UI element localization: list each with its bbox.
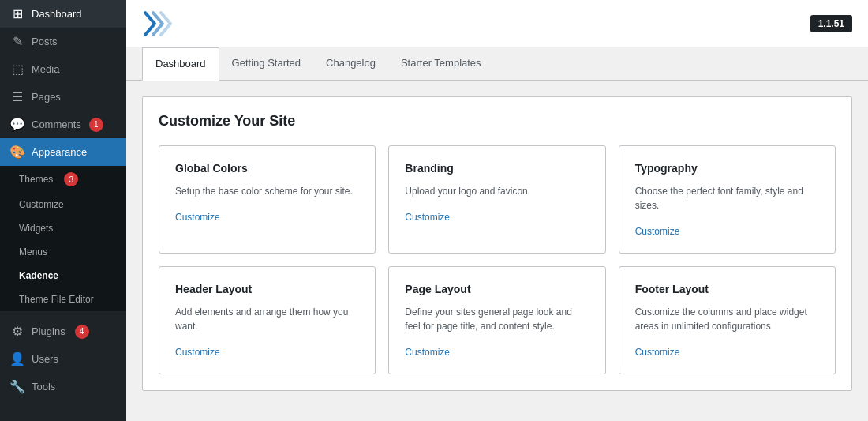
version-badge: 1.1.51 — [810, 15, 852, 32]
topbar: 1.1.51 — [126, 0, 868, 47]
posts-icon: ✎ — [9, 34, 25, 49]
cards-grid: Global Colors Setup the base color schem… — [159, 145, 836, 374]
card-global-colors: Global Colors Setup the base color schem… — [159, 145, 376, 254]
card-typography: Typography Choose the perfect font famil… — [619, 145, 836, 254]
tabs-bar: Dashboard Getting Started Changelog Star… — [126, 47, 868, 81]
sidebar-item-posts[interactable]: ✎ Posts — [0, 28, 126, 55]
appearance-submenu: Themes 3 Customize Widgets Menus Kadence… — [0, 166, 126, 311]
sidebar: ⊞ Dashboard ✎ Posts ⬚ Media ☰ Pages 💬 Co… — [0, 0, 126, 421]
sidebar-item-appearance[interactable]: 🎨 Appearance — [0, 138, 126, 166]
card-header-layout-title: Header Layout — [175, 283, 359, 295]
sidebar-item-users[interactable]: 👤 Users — [0, 345, 126, 373]
tab-getting-started[interactable]: Getting Started — [219, 47, 313, 81]
media-icon: ⬚ — [9, 62, 25, 77]
tab-starter-templates[interactable]: Starter Templates — [388, 47, 494, 81]
card-global-colors-title: Global Colors — [175, 162, 359, 175]
sidebar-item-theme-file-editor[interactable]: Theme File Editor — [0, 288, 126, 311]
card-typography-title: Typography — [635, 162, 819, 175]
plugins-icon: ⚙ — [9, 324, 25, 339]
card-branding: Branding Upload your logo and favicon. C… — [388, 145, 605, 254]
section-title: Customize Your Site — [159, 113, 836, 130]
sidebar-item-plugins[interactable]: ⚙ Plugins 4 — [0, 318, 126, 345]
themes-badge: 3 — [64, 172, 78, 186]
tab-dashboard[interactable]: Dashboard — [142, 47, 219, 81]
card-page-layout-link[interactable]: Customize — [405, 347, 450, 358]
card-global-colors-desc: Setup the base color scheme for your sit… — [175, 184, 359, 198]
card-branding-link[interactable]: Customize — [405, 212, 450, 223]
card-footer-layout-title: Footer Layout — [635, 283, 819, 295]
appearance-icon: 🎨 — [9, 145, 25, 160]
card-header-layout-desc: Add elements and arrange them how you wa… — [175, 305, 359, 333]
sidebar-item-media[interactable]: ⬚ Media — [0, 55, 126, 83]
tools-icon: 🔧 — [9, 379, 25, 394]
sidebar-item-widgets[interactable]: Widgets — [0, 216, 126, 240]
tab-changelog[interactable]: Changelog — [313, 47, 388, 81]
card-page-layout-title: Page Layout — [405, 283, 589, 295]
card-branding-desc: Upload your logo and favicon. — [405, 184, 589, 198]
content-box: Customize Your Site Global Colors Setup … — [142, 96, 852, 391]
users-icon: 👤 — [9, 351, 25, 366]
sidebar-item-dashboard[interactable]: ⊞ Dashboard — [0, 0, 126, 28]
sidebar-item-kadence[interactable]: Kadence — [0, 264, 126, 288]
card-typography-desc: Choose the perfect font family, style an… — [635, 184, 819, 212]
card-footer-layout-desc: Customize the columns and place widget a… — [635, 305, 819, 333]
content-area: Customize Your Site Global Colors Setup … — [126, 81, 868, 421]
logo — [142, 9, 177, 38]
card-typography-link[interactable]: Customize — [635, 226, 680, 237]
main-area: 1.1.51 Dashboard Getting Started Changel… — [126, 0, 868, 421]
sidebar-item-tools[interactable]: 🔧 Tools — [0, 373, 126, 400]
card-footer-layout: Footer Layout Customize the columns and … — [619, 266, 836, 374]
card-footer-layout-link[interactable]: Customize — [635, 347, 680, 358]
card-page-layout: Page Layout Define your sites general pa… — [388, 266, 605, 374]
kadence-logo-icon — [142, 9, 177, 38]
sidebar-item-customize[interactable]: Customize — [0, 193, 126, 216]
dashboard-icon: ⊞ — [9, 6, 25, 21]
card-page-layout-desc: Define your sites general page look and … — [405, 305, 589, 333]
sidebar-item-menus[interactable]: Menus — [0, 240, 126, 264]
card-global-colors-link[interactable]: Customize — [175, 212, 220, 223]
comments-badge: 1 — [89, 118, 103, 132]
card-header-layout: Header Layout Add elements and arrange t… — [159, 266, 376, 374]
sidebar-item-comments[interactable]: 💬 Comments 1 — [0, 111, 126, 138]
sidebar-item-pages[interactable]: ☰ Pages — [0, 83, 126, 111]
plugins-badge: 4 — [75, 325, 89, 339]
sidebar-item-themes[interactable]: Themes 3 — [0, 166, 126, 193]
card-header-layout-link[interactable]: Customize — [175, 347, 220, 358]
card-branding-title: Branding — [405, 162, 589, 175]
pages-icon: ☰ — [9, 89, 25, 104]
comments-icon: 💬 — [9, 117, 25, 132]
